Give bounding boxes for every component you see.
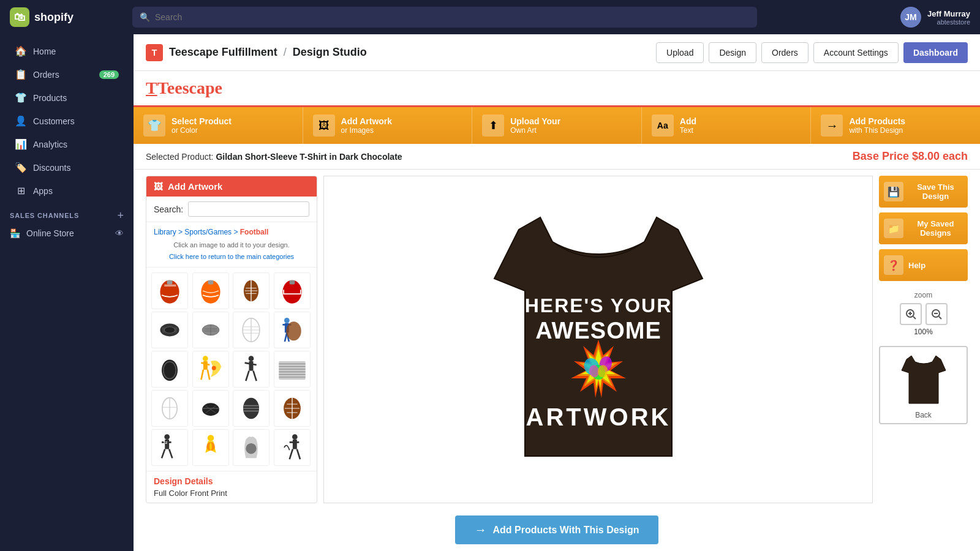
sidebar-item-analytics[interactable]: 📊 Analytics: [5, 133, 129, 156]
artwork-item-8[interactable]: [274, 312, 311, 348]
artwork-search-input[interactable]: [188, 201, 309, 217]
step-artwork-text: Add Artwork or Images: [341, 116, 392, 135]
design-button[interactable]: Design: [709, 42, 756, 63]
svg-point-69: [246, 443, 256, 454]
sidebar-item-customers[interactable]: 👤 Customers: [5, 110, 129, 132]
svg-point-29: [162, 360, 178, 381]
step-text-icon: Aa: [652, 114, 674, 137]
click-instruction: Click an image to add it to your design.: [154, 239, 309, 252]
sidebar-item-products[interactable]: 👕 Products: [5, 86, 129, 109]
artwork-item-5[interactable]: [151, 312, 188, 348]
artwork-item-7[interactable]: [233, 312, 270, 348]
svg-point-61: [164, 435, 170, 440]
artwork-item-1[interactable]: [151, 272, 188, 309]
artwork-image-grid: 32: [146, 268, 317, 471]
zoom-in-button[interactable]: [900, 303, 922, 325]
svg-line-64: [162, 449, 165, 459]
step-add-text[interactable]: Aa Add Text: [642, 107, 812, 144]
step-product-icon: 👕: [143, 114, 165, 137]
svg-rect-11: [289, 280, 295, 285]
artwork-item-13[interactable]: [151, 390, 188, 427]
step-add-products[interactable]: → Add Products with This Design: [811, 107, 980, 144]
help-button[interactable]: ❓ Help: [879, 249, 968, 281]
artwork-item-2[interactable]: [192, 272, 229, 309]
zoom-percent: 100%: [879, 328, 968, 336]
selected-product-label: Selected Product:: [146, 152, 214, 162]
teescape-header: T Teescape Fulfillment / Design Studio U…: [134, 34, 980, 71]
artwork-item-15[interactable]: [233, 390, 270, 427]
artwork-item-18[interactable]: [192, 429, 229, 466]
user-area: JM Jeff Murray abteststore: [900, 7, 970, 28]
account-settings-button[interactable]: Account Settings: [813, 42, 899, 63]
artwork-item-16[interactable]: [274, 390, 311, 427]
upload-button[interactable]: Upload: [656, 42, 704, 63]
zoom-out-button[interactable]: [925, 303, 948, 325]
tshirt-container: HERE'S YOUR AWESOME: [482, 199, 715, 481]
step-select-product[interactable]: 👕 Select Product or Color: [134, 107, 303, 144]
orders-button[interactable]: Orders: [761, 42, 809, 63]
shopify-logo-text: shopify: [34, 11, 74, 24]
artwork-item-12[interactable]: [274, 351, 311, 388]
sidebar-item-home[interactable]: 🏠 Home: [5, 40, 129, 62]
save-this-design-button[interactable]: 💾 Save This Design: [879, 176, 968, 208]
search-label: Search:: [154, 204, 183, 214]
breadcrumb-part1: Teescape Fulfillment: [169, 46, 277, 59]
sidebar-label-customers: Customers: [33, 116, 75, 126]
teescape-logo-text: TTeescape: [146, 78, 968, 98]
artwork-item-20[interactable]: [274, 429, 311, 466]
sidebar-item-orders[interactable]: 📋 Orders 269: [5, 63, 129, 86]
selected-product-name: Gildan Short-Sleeve T-Shirt in Dark Choc…: [216, 152, 402, 162]
svg-point-70: [292, 435, 298, 440]
breadcrumb-separator: /: [284, 46, 287, 59]
artwork-item-10[interactable]: [192, 351, 229, 388]
dashboard-button[interactable]: Dashboard: [903, 42, 968, 63]
zoom-buttons: [879, 303, 968, 325]
svg-text:HERE'S YOUR: HERE'S YOUR: [524, 294, 672, 317]
thumbnail-box[interactable]: Back: [879, 346, 968, 424]
add-products-with-design-button[interactable]: → Add Products With This Design: [455, 515, 659, 544]
step-text-text: Add Text: [680, 116, 696, 135]
sidebar-item-online-store[interactable]: 🏪 Online Store 👁: [0, 223, 134, 243]
sidebar-item-discounts[interactable]: 🏷️ Discounts: [5, 156, 129, 179]
analytics-icon: 📊: [15, 138, 27, 150]
library-link[interactable]: Library > Sports/Games >: [154, 228, 238, 236]
sidebar-label-orders: Orders: [33, 70, 59, 80]
svg-line-73: [289, 449, 292, 459]
artwork-item-17[interactable]: 32: [151, 429, 188, 466]
return-instruction[interactable]: Click here to return to the main categor…: [154, 251, 309, 263]
step-upload-art[interactable]: ⬆ Upload Your Own Art: [472, 107, 642, 144]
zoom-section: zoom: [879, 286, 968, 341]
artwork-item-14[interactable]: [192, 390, 229, 427]
artwork-item-3[interactable]: [233, 272, 270, 309]
online-store-visibility-button[interactable]: 👁: [115, 228, 124, 238]
shopify-logo-icon: 🛍: [10, 7, 29, 27]
step-add-artwork[interactable]: 🖼 Add Artwork or Images: [303, 107, 473, 144]
artwork-item-19[interactable]: [233, 429, 270, 466]
svg-point-13: [164, 327, 175, 333]
svg-rect-4: [208, 280, 213, 285]
artwork-item-6[interactable]: [192, 312, 229, 348]
add-sales-channel-button[interactable]: +: [117, 210, 124, 221]
my-saved-designs-button[interactable]: 📁 My Saved Designs: [879, 212, 968, 244]
search-bar: 🔍: [132, 7, 757, 28]
sidebar-label-analytics: Analytics: [33, 140, 67, 149]
steps-bar: 👕 Select Product or Color 🖼 Add Artwork …: [134, 107, 980, 144]
sidebar-item-apps[interactable]: ⊞ Apps: [5, 179, 129, 202]
add-artwork-icon: 🖼: [154, 181, 163, 192]
design-details-title: Design Details: [154, 476, 309, 486]
search-input[interactable]: [155, 12, 750, 22]
artwork-item-9[interactable]: [151, 351, 188, 388]
breadcrumb-part2: Design Studio: [293, 46, 367, 59]
design-details: Design Details Full Color Front Print: [146, 471, 317, 503]
product-info-bar: Selected Product: Gildan Short-Sleeve T-…: [134, 144, 980, 170]
bottom-area: → Add Products With This Design: [134, 509, 980, 551]
shopify-logo: 🛍 shopify: [10, 7, 132, 27]
artwork-item-4[interactable]: [274, 272, 311, 309]
products-icon: 👕: [15, 92, 27, 103]
sidebar-label-home: Home: [33, 47, 56, 56]
zoom-label: zoom: [879, 291, 968, 299]
category-active-link[interactable]: Football: [240, 228, 269, 236]
svg-text:ARTWORK: ARTWORK: [526, 403, 671, 430]
artwork-item-11[interactable]: [233, 351, 270, 388]
design-details-subtitle: Full Color Front Print: [154, 489, 309, 498]
